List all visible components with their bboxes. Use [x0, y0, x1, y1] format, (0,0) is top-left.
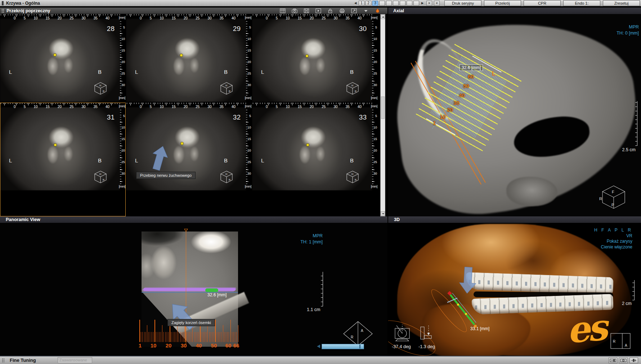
orientation-cube-icon[interactable]: AR — [342, 320, 374, 347]
slice-tile-28[interactable]: 0510152025303540 [mm] 51015202530 [mm] 2… — [0, 14, 125, 102]
thickness-label: TH: 0 [mm] — [617, 30, 639, 36]
page-button-empty[interactable] — [386, 1, 392, 6]
page-next-button[interactable]: ▶ — [420, 1, 425, 6]
ruler-unit: [mm] — [119, 96, 125, 100]
range-slider[interactable] — [322, 344, 364, 349]
camera-snapshot-icon[interactable] — [292, 8, 297, 13]
action-button[interactable]: Zresetuj — [603, 0, 640, 6]
ruler-unit: [mm] — [245, 185, 251, 188]
slider-left-arrow-icon[interactable] — [317, 345, 320, 348]
shadows-option[interactable]: Cienie włączone — [594, 244, 632, 250]
slice-tile-33[interactable]: 0510152025303540 [mm] 51015202530 [mm] 3… — [252, 103, 377, 190]
close-view-button[interactable]: ✕ — [426, 1, 432, 6]
slice-tile-29[interactable]: 0510152025303540 [mm] 51015202530 [mm] 2… — [126, 14, 251, 102]
slice-tile-30[interactable]: 0510152025303540 [mm] 51015202530 [mm] 3… — [252, 14, 377, 102]
window-level-icon[interactable] — [609, 358, 617, 363]
ruler-number: 50 — [211, 342, 217, 349]
page-prev-button[interactable]: ◀ — [353, 1, 358, 6]
svg-text:A: A — [625, 343, 627, 347]
page-button-1[interactable]: 1 — [359, 1, 364, 6]
slice-tile-32[interactable]: 0510152025303540 [mm] 51015202530 [mm] 3… — [126, 103, 251, 190]
cross-section-scrollbar[interactable] — [380, 14, 385, 216]
nerve-canal-trace[interactable] — [143, 288, 236, 291]
threed-panel-header[interactable]: 3D — [388, 216, 641, 223]
measurement-line-overlay[interactable] — [445, 290, 480, 328]
title-bar-controls: ◀ 1 2 3 ▶ ✕ ✕ Druk seryjnyPrzekrójCPREnd… — [353, 0, 640, 6]
orientation-cube-icon[interactable]: RA — [609, 331, 632, 350]
action-button[interactable]: Druk seryjny — [444, 0, 481, 6]
drag-grip-icon[interactable] — [1, 9, 4, 13]
orientation-right-label: B — [224, 157, 228, 163]
page-button-empty[interactable] — [379, 1, 385, 6]
slice-number: 30 — [359, 25, 367, 33]
burn-in-icon[interactable] — [375, 8, 380, 13]
ruler-tick-label: 20 — [184, 105, 188, 109]
action-buttons: Druk seryjnyPrzekrójCPREndo 1:Zresetuj — [444, 0, 640, 6]
cross-section-panel-header[interactable]: Przekrój poprzeczny — [0, 8, 387, 14]
axial-panel-header[interactable]: Axial — [388, 8, 641, 14]
orientation-right-label: B — [98, 157, 102, 163]
panoramic-panel-header[interactable]: Panoramic View — [0, 216, 387, 223]
scroll-up-arrow-icon[interactable] — [381, 14, 385, 19]
ruler-tick-label: 0 — [140, 16, 142, 20]
page-button-empty[interactable] — [400, 1, 405, 6]
render-info: H F A P L R VR Pokaż zarysy Cienie włącz… — [594, 228, 632, 250]
save-icon[interactable] — [304, 8, 309, 13]
render-mode-label[interactable]: VR — [594, 233, 632, 239]
ruler-tick-label: 40 — [358, 105, 362, 109]
action-button[interactable]: Przekrój — [484, 0, 521, 6]
ruler-tick-label: 20 — [373, 149, 377, 152]
thickness-label: TH: 1 [mm] — [295, 239, 323, 245]
mode-label: MPR — [617, 24, 639, 30]
ruler-tick-label: 15 — [172, 16, 176, 20]
slice-top-ruler: 0510152025303540 [mm] — [126, 103, 246, 109]
scroll-down-arrow-icon[interactable] — [381, 211, 385, 216]
ruler-number: 66 — [233, 342, 239, 349]
show-outlines-option[interactable]: Pokaż zarysy — [594, 239, 632, 244]
ruler-tick-label: 10 — [373, 126, 377, 129]
ruler-tick-label: 5 — [247, 26, 251, 29]
svg-text:H: H — [99, 84, 101, 87]
nerve-canal-marker — [180, 54, 183, 57]
nerve-canal-marker — [54, 144, 57, 146]
expand-icon[interactable] — [351, 8, 357, 13]
annotation-arrow-icon — [458, 266, 478, 295]
play-cine-icon[interactable] — [315, 8, 321, 13]
drag-grip-icon[interactable] — [2, 358, 5, 363]
slider-settings-icon[interactable] — [629, 358, 638, 363]
axial-viewport[interactable]: 1 10 20 30 40 50 60 32.6 [mm] L MPR TH: … — [388, 14, 641, 216]
orientation-cube-icon[interactable]: FRP — [599, 184, 628, 211]
orientation-left-label: L — [9, 157, 12, 163]
lock-icon[interactable] — [327, 8, 333, 13]
ruler-tick-label: 25 — [70, 105, 73, 109]
application-window: Krzywa - Ogólna ◀ 1 2 3 ▶ ✕ ✕ Druk seryj… — [0, 0, 641, 364]
scrollbar-thumb[interactable] — [381, 96, 385, 119]
close-all-button[interactable]: ✕ — [434, 1, 440, 6]
ruler-tick-label: 5 — [24, 16, 26, 20]
contrast-icon[interactable] — [619, 358, 628, 363]
slice-tile-31-selected[interactable]: 0510152025303540 [mm] 51015202530 [mm] 3… — [0, 103, 125, 190]
page-button-empty[interactable] — [413, 1, 419, 6]
ruler-tick-label: 15 — [247, 49, 251, 52]
dropdown-arrow-icon[interactable] — [363, 8, 369, 13]
curve-number: 20 — [447, 107, 453, 113]
ruler-tick-label: 25 — [322, 16, 326, 20]
action-button[interactable]: CPR — [524, 0, 561, 6]
ruler-tick-label: 5 — [247, 114, 251, 118]
scale-label: 2 cm — [622, 301, 632, 306]
panoramic-viewport[interactable]: 32.6 [mm] Zagięty korzeń ósemki MPR TH: … — [0, 223, 387, 356]
orientation-left-label: L — [135, 69, 138, 75]
slice-number: 28 — [107, 25, 115, 33]
ruler-tick-label: 40 — [232, 16, 236, 20]
ruler-tick-label: 20 — [373, 60, 377, 64]
page-button-empty[interactable] — [393, 1, 399, 6]
page-button-2[interactable]: 2 — [366, 1, 371, 6]
grid-layout-icon[interactable] — [280, 8, 286, 13]
slice-top-ruler: 0510152025303540 [mm] — [0, 103, 120, 109]
threed-viewport[interactable]: 33.1 [mm] H F A P L R VR Pokaż zarysy Ci… — [388, 223, 641, 356]
page-button-empty[interactable] — [407, 1, 412, 6]
print-icon[interactable] — [339, 8, 345, 13]
vendor-logo: es — [566, 313, 606, 345]
page-button-3-active[interactable]: 3 — [372, 1, 378, 6]
action-button[interactable]: Endo 1: — [563, 0, 600, 6]
